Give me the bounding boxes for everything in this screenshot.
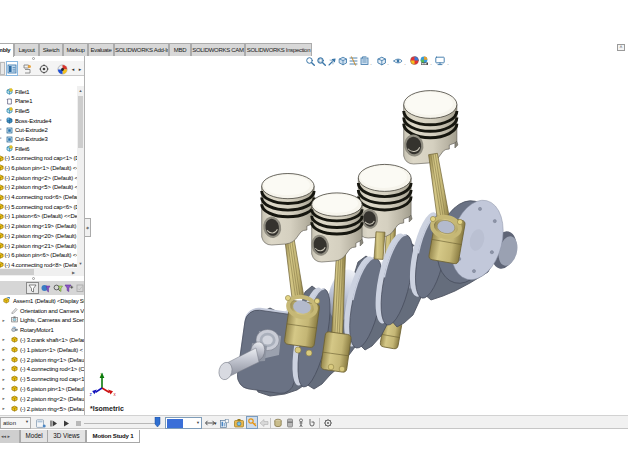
svg-text:x: x: [114, 392, 117, 397]
svg-text:·: ·: [430, 61, 432, 67]
svg-text:z: z: [90, 392, 93, 397]
svg-text:·: ·: [447, 61, 449, 67]
svg-text:*Isometric: *Isometric: [90, 405, 124, 412]
svg-text:·: ·: [404, 61, 406, 67]
svg-text:·: ·: [387, 61, 389, 67]
svg-text:·: ·: [370, 61, 372, 67]
